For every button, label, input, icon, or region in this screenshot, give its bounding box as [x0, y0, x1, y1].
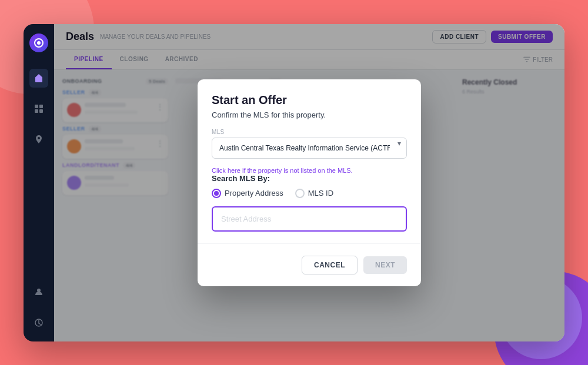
radio-label-property-address: Property Address — [225, 189, 283, 197]
sidebar-item-map[interactable] — [29, 130, 48, 149]
sidebar-item-home[interactable] — [29, 69, 48, 88]
radio-circle-mls-id — [295, 189, 305, 198]
mls-form-group: MLS Austin Central Texas Realty Informat… — [212, 129, 407, 159]
sidebar — [24, 24, 54, 341]
sidebar-item-grid[interactable] — [29, 99, 48, 118]
sidebar-item-activity[interactable] — [29, 313, 48, 332]
svg-point-1 — [37, 41, 41, 45]
start-offer-modal: Start an Offer Confirm the MLS for this … — [198, 79, 421, 286]
modal-subtitle: Confirm the MLS for this property. — [212, 110, 407, 119]
mls-select[interactable]: Austin Central Texas Realty Information … — [212, 138, 407, 159]
svg-rect-4 — [35, 109, 38, 113]
app-container: Deals MANAGE YOUR DEALS AND PIPELINES AD… — [24, 24, 564, 341]
svg-rect-3 — [39, 105, 43, 108]
mls-label: MLS — [212, 129, 407, 135]
mls-not-listed-link[interactable]: Click here if the property is not listed… — [212, 167, 407, 174]
cancel-button[interactable]: CANCEL — [302, 256, 358, 274]
svg-rect-2 — [35, 105, 38, 108]
modal-overlay: Start an Offer Confirm the MLS for this … — [54, 24, 564, 341]
radio-property-address[interactable]: Property Address — [212, 189, 283, 198]
modal-body: Start an Offer Confirm the MLS for this … — [198, 79, 421, 232]
search-by-label: Search MLS By: — [212, 174, 407, 183]
radio-circle-property-address — [212, 189, 221, 198]
modal-title: Start an Offer — [212, 93, 407, 107]
next-button[interactable]: NEXT — [363, 256, 407, 274]
sidebar-item-profile[interactable] — [29, 283, 48, 302]
main-content: Deals MANAGE YOUR DEALS AND PIPELINES AD… — [54, 24, 564, 341]
radio-group: Property Address MLS ID — [212, 189, 407, 198]
radio-mls-id[interactable]: MLS ID — [295, 189, 333, 198]
sidebar-logo — [29, 34, 48, 52]
modal-footer: CANCEL NEXT — [198, 243, 421, 286]
street-address-input[interactable] — [212, 206, 407, 232]
svg-rect-5 — [39, 109, 43, 113]
radio-label-mls-id: MLS ID — [308, 189, 333, 197]
